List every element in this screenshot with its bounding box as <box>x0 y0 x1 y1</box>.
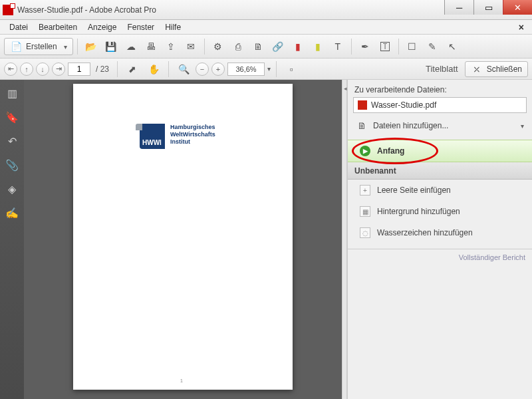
tool-6[interactable]: ▮ <box>309 38 327 55</box>
tool-5[interactable]: ▮ <box>289 38 307 55</box>
layers-icon[interactable]: ◈ <box>5 182 19 196</box>
add-watermark-label: Wasserzeichen hinzufügen <box>377 228 473 237</box>
cursor-icon: ⬈ <box>126 63 138 75</box>
page-input[interactable] <box>68 63 90 76</box>
thumbnails-icon[interactable]: ▥ <box>5 86 19 100</box>
stamp-icon: ⎙ <box>232 41 244 53</box>
cloud-button[interactable]: ☁ <box>122 38 140 55</box>
cloud-icon: ☁ <box>125 41 137 53</box>
minimize-button[interactable]: ─ <box>444 0 473 15</box>
window-titlebar: Wasser-Studie.pdf - Adobe Acrobat Pro ─ … <box>0 0 532 20</box>
maximize-button[interactable]: ▭ <box>473 0 503 15</box>
hand-tool[interactable]: ✋ <box>144 61 163 78</box>
print-button[interactable]: 🖶 <box>142 38 160 55</box>
open-button[interactable]: 📂 <box>82 38 100 55</box>
next-page-button[interactable]: ↓ <box>36 63 49 76</box>
tool-4[interactable]: 🔗 <box>269 38 287 55</box>
attachment-icon[interactable]: 📎 <box>5 158 19 172</box>
menu-bearbeiten[interactable]: Bearbeiten <box>33 21 82 33</box>
share-icon: ⇪ <box>165 41 177 53</box>
add-watermark[interactable]: ◌ Wasserzeichen hinzufügen <box>348 222 532 243</box>
close-window-button[interactable]: ✕ <box>503 0 532 15</box>
add-background[interactable]: ▦ Hintergrund hinzufügen <box>348 201 532 222</box>
tool-2[interactable]: ⎙ <box>229 38 247 55</box>
logo-mark: HWWI <box>140 124 165 149</box>
page-number: 1 <box>180 378 183 383</box>
menu-datei[interactable]: Datei <box>4 21 33 33</box>
pdf-icon <box>358 100 367 110</box>
splitter[interactable] <box>342 80 347 399</box>
tool-9[interactable]: 🅃 <box>376 38 394 55</box>
tool-3[interactable]: 🗎 <box>249 38 267 55</box>
email-button[interactable]: ✉ <box>182 38 200 55</box>
signatures-icon[interactable]: ✍ <box>5 206 19 219</box>
create-button[interactable]: 📄 Erstellen <box>4 38 73 55</box>
document-viewport[interactable]: HWWI Hamburgisches WeltWirtschafts Insti… <box>24 80 342 399</box>
zoom-tool[interactable]: 🔍 <box>174 61 193 78</box>
chevron-down-icon <box>61 42 67 51</box>
action-title: Titelblatt <box>426 64 458 74</box>
tool-10[interactable]: ☐ <box>403 38 422 55</box>
color-icon: ▮ <box>292 41 304 53</box>
textbox-icon: 🅃 <box>379 41 391 53</box>
close-panel-label: Schließen <box>487 65 522 74</box>
last-page-button[interactable]: ⇥ <box>52 63 65 76</box>
main-area: ▥ 🔖 ↶ 📎 ◈ ✍ HWWI Hamburgisches WeltWirts… <box>0 80 532 399</box>
link-icon: 🔗 <box>272 41 284 53</box>
create-label: Erstellen <box>26 42 57 51</box>
start-label: Anfang <box>377 146 404 156</box>
separator <box>168 61 169 77</box>
select-tool[interactable]: ⬈ <box>123 61 142 78</box>
zoom-level[interactable]: 36,6% <box>227 63 265 76</box>
hand-icon: ✋ <box>148 63 160 75</box>
zoom-in-button[interactable]: + <box>211 63 225 76</box>
gear-icon: ⚙ <box>212 41 224 53</box>
panel-footer-link[interactable]: Vollständiger Bericht <box>348 249 532 265</box>
separator <box>204 39 205 55</box>
menubar: Datei Bearbeiten Anzeige Fenster Hilfe × <box>0 20 532 35</box>
print-icon: 🖶 <box>145 41 157 53</box>
tool-8[interactable]: ✒ <box>356 38 374 55</box>
chevron-down-icon: ▾ <box>521 122 524 130</box>
add-background-label: Hintergrund hinzufügen <box>377 207 460 216</box>
add-files-label: Dateien hinzufügen... <box>373 121 448 130</box>
watermark-icon: ◌ <box>360 227 370 238</box>
share-button[interactable]: ⇪ <box>162 38 180 55</box>
add-files-button[interactable]: 🗎 Dateien hinzufügen... ▾ <box>353 118 527 133</box>
view-button[interactable]: ▫ <box>282 61 301 78</box>
first-page-button[interactable]: ⇤ <box>4 63 17 76</box>
bookmark-icon[interactable]: 🔖 <box>5 110 19 124</box>
tool-7[interactable]: T <box>329 38 347 55</box>
chevron-down-icon[interactable]: ▾ <box>267 65 271 72</box>
zoom-out-button[interactable]: − <box>196 63 209 76</box>
start-button[interactable]: ▶ Anfang <box>348 140 532 162</box>
close-panel-button[interactable]: ⤫ Schließen <box>465 61 528 77</box>
logo-text: Hamburgisches WeltWirtschafts Institut <box>170 124 215 149</box>
email-icon: ✉ <box>185 41 197 53</box>
menu-hilfe[interactable]: Hilfe <box>160 21 186 33</box>
insert-blank-page[interactable]: + Leere Seite einfügen <box>348 180 532 201</box>
close-document-button[interactable]: × <box>515 22 528 33</box>
folder-open-icon: 📂 <box>85 41 97 53</box>
tool-11[interactable]: ✎ <box>423 38 442 55</box>
menu-fenster[interactable]: Fenster <box>122 21 160 33</box>
page-icon: ▫ <box>285 63 297 75</box>
undo-icon[interactable]: ↶ <box>5 134 19 148</box>
save-button[interactable]: 💾 <box>102 38 120 55</box>
insert-blank-label: Leere Seite einfügen <box>377 186 451 195</box>
play-icon: ▶ <box>360 146 370 156</box>
section-header: Unbenannt <box>348 162 532 180</box>
pointer-icon: ↖ <box>446 41 458 53</box>
menu-anzeige[interactable]: Anzeige <box>82 21 122 33</box>
prev-page-button[interactable]: ↑ <box>20 63 33 76</box>
logo-abbr: HWWI <box>142 139 162 146</box>
background-icon: ▦ <box>360 206 370 217</box>
edit-icon: ✎ <box>426 41 438 53</box>
tool-1[interactable]: ⚙ <box>209 38 227 55</box>
toolbar: 📄 Erstellen 📂 💾 ☁ 🖶 ⇪ ✉ ⚙ ⎙ 🗎 🔗 ▮ ▮ T ✒ … <box>0 35 532 59</box>
tool-12[interactable]: ↖ <box>443 38 462 55</box>
file-entry[interactable]: Wasser-Studie.pdf <box>353 97 527 113</box>
page-total: / 23 <box>93 65 112 74</box>
logo-line3: Institut <box>170 138 215 146</box>
logo-line1: Hamburgisches <box>170 124 215 131</box>
